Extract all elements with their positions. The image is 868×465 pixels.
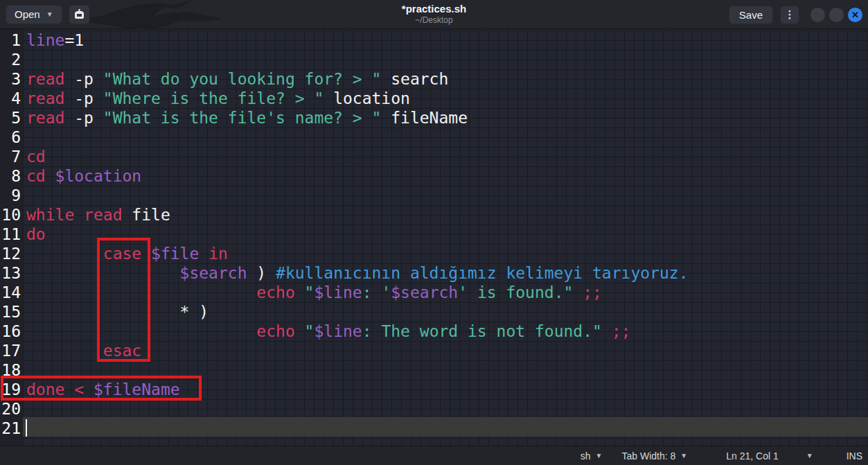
text-cursor: [26, 419, 27, 437]
open-button[interactable]: Open ▼: [6, 5, 62, 24]
line-number: 16: [0, 322, 21, 341]
header-bar: Open ▼ *practices.sh ~/Desktop Save ⋮ ✕: [0, 0, 868, 29]
insert-mode-label: INS: [847, 450, 862, 462]
code-line-9[interactable]: 9: [0, 186, 868, 205]
line-number: 13: [0, 263, 21, 283]
cursor-position-button[interactable]: Ln 21, Col 1: [726, 450, 779, 462]
language-label: sh: [581, 450, 591, 462]
code-line-3[interactable]: 3read -p "What do you looking for? > " s…: [0, 69, 868, 89]
line-number: 8: [0, 166, 21, 186]
code-line-10[interactable]: 10while read file: [0, 205, 868, 225]
line-number: 21: [0, 419, 21, 438]
code-line-5[interactable]: 5read -p "What is the file's name? > " f…: [0, 108, 868, 128]
language-caret-icon: ▼: [596, 452, 603, 459]
line-number: 20: [0, 399, 21, 419]
tab-width-selector[interactable]: Tab Width: 8 ▼: [622, 450, 688, 462]
code-line-2[interactable]: 2: [0, 50, 868, 69]
code-line-7[interactable]: 7cd: [0, 147, 868, 166]
minimize-button[interactable]: [811, 8, 825, 22]
code-line-6[interactable]: 6: [0, 128, 868, 147]
new-document-icon: [73, 8, 85, 20]
code-text: cd $location: [21, 166, 868, 186]
code-text: [21, 128, 868, 147]
code-text: line=1: [21, 30, 868, 50]
language-selector[interactable]: sh ▼: [581, 450, 603, 462]
text-editor-area[interactable]: 1line=123read -p "What do you looking fo…: [0, 29, 868, 446]
line-number: 4: [0, 89, 21, 108]
annotation-rect-done-line: [1, 376, 202, 401]
line-number: 3: [0, 69, 21, 89]
line-number: 15: [0, 302, 21, 322]
line-number: 7: [0, 147, 21, 166]
goto-line-caret-icon: ▼: [806, 452, 813, 459]
maximize-button[interactable]: [829, 8, 844, 22]
code-line-21[interactable]: 21: [0, 419, 868, 438]
line-number: 5: [0, 108, 21, 128]
code-text: [21, 50, 868, 69]
code-text: read -p "What do you looking for? > " se…: [21, 69, 868, 89]
line-number: 1: [0, 30, 21, 50]
line-number: 9: [0, 186, 21, 205]
cursor-position-label: Ln 21, Col 1: [726, 450, 779, 462]
line-number: 6: [0, 128, 21, 147]
code-text: [21, 186, 868, 205]
line-number: 11: [0, 225, 21, 244]
save-button[interactable]: Save: [729, 6, 773, 24]
code-line-8[interactable]: 8cd $location: [0, 166, 868, 186]
tab-width-caret-icon: ▼: [680, 452, 687, 459]
line-number: 10: [0, 205, 21, 225]
line-number: 2: [0, 50, 21, 69]
line-number: 12: [0, 244, 21, 263]
code-text: while read file: [21, 205, 868, 225]
open-button-label: Open: [15, 8, 40, 20]
code-text: read -p "Where is the file? > " location: [21, 89, 868, 108]
code-text: cd: [21, 147, 868, 166]
line-number: 17: [0, 341, 21, 360]
window-controls: ✕: [811, 8, 862, 22]
code-text: [21, 399, 868, 419]
code-text: read -p "What is the file's name? > " fi…: [21, 108, 868, 128]
kebab-icon: ⋮: [785, 8, 795, 21]
menu-kebab-button[interactable]: ⋮: [780, 6, 799, 24]
save-button-label: Save: [739, 9, 763, 21]
code-line-4[interactable]: 4read -p "Where is the file? > " locatio…: [0, 89, 868, 108]
open-dropdown-caret-icon: ▼: [46, 10, 53, 18]
line-number: 14: [0, 283, 21, 302]
goto-line-menu[interactable]: ▼: [806, 452, 813, 459]
code-text: [21, 419, 868, 438]
close-icon: ✕: [851, 10, 859, 20]
insert-mode-indicator: INS: [847, 450, 862, 462]
code-line-1[interactable]: 1line=1: [0, 30, 868, 50]
annotation-rect-case-esac-block: [97, 238, 150, 362]
new-document-button[interactable]: [69, 5, 90, 24]
code-line-20[interactable]: 20: [0, 399, 868, 419]
close-button[interactable]: ✕: [848, 8, 862, 22]
status-bar: sh ▼ Tab Width: 8 ▼ Ln 21, Col 1 ▼ INS: [0, 446, 868, 465]
tab-width-label: Tab Width: 8: [622, 450, 676, 462]
